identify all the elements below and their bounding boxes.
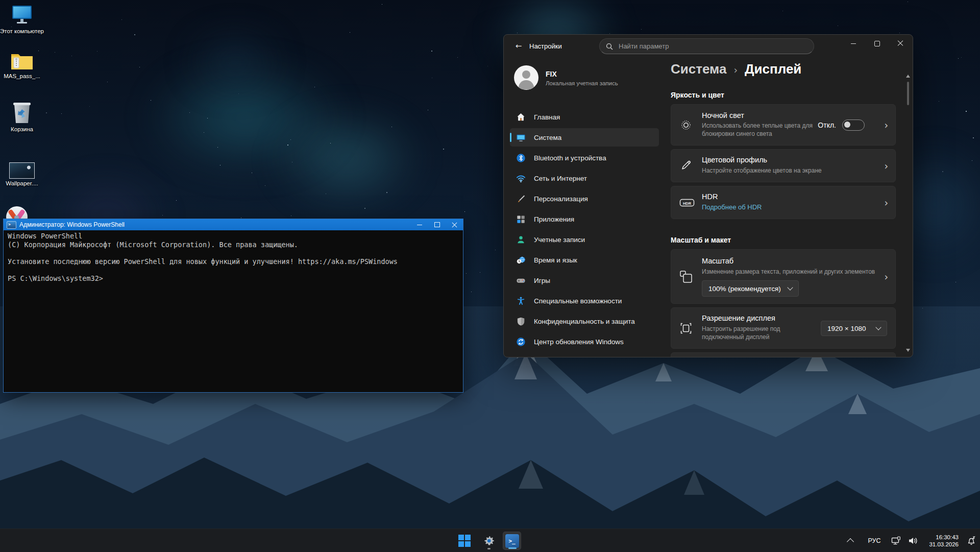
star bbox=[176, 200, 177, 201]
star bbox=[55, 52, 55, 53]
sidebar-item-windows-update[interactable]: Центр обновления Windows bbox=[510, 332, 659, 351]
network-button[interactable] bbox=[891, 536, 901, 545]
scroll-down-arrow-icon[interactable] bbox=[906, 349, 910, 352]
minimize-icon bbox=[417, 225, 422, 225]
star bbox=[464, 211, 465, 212]
user-account-card[interactable]: FIX Локальная учетная запись bbox=[514, 65, 657, 92]
card-title: Масштаб bbox=[702, 257, 733, 265]
partial-card[interactable] bbox=[671, 352, 896, 357]
star bbox=[457, 57, 458, 58]
desktop-icon-recycle-bin[interactable]: Корзина bbox=[0, 101, 44, 133]
sidebar-item-gaming[interactable]: Игры bbox=[510, 271, 659, 290]
taskbar-powershell-button[interactable]: >_ bbox=[503, 532, 521, 550]
desktop-icon-wallpaper-file[interactable]: Wallpaper.... bbox=[0, 162, 44, 187]
scrollbar-thumb[interactable] bbox=[907, 82, 909, 105]
color-profile-card[interactable]: Цветовой профиль Настройте отображение ц… bbox=[671, 149, 896, 182]
star bbox=[391, 127, 392, 127]
star bbox=[134, 34, 135, 35]
night-light-toggle[interactable] bbox=[842, 119, 865, 131]
powershell-titlebar[interactable]: > Администратор: Windows PowerShell bbox=[4, 219, 463, 230]
scale-card[interactable]: Масштаб Изменение размера текста, прилож… bbox=[671, 249, 896, 304]
settings-search-box[interactable] bbox=[599, 38, 814, 54]
sidebar-item-time-language[interactable]: Время и язык bbox=[510, 251, 659, 269]
powershell-console[interactable]: Windows PowerShell (C) Корпорация Майкро… bbox=[4, 230, 463, 283]
resolution-dropdown[interactable]: 1920 × 1080 bbox=[821, 321, 887, 336]
star bbox=[942, 171, 943, 172]
resolution-card[interactable]: Разрешение дисплея Настроить разрешение … bbox=[671, 307, 896, 349]
tray-overflow-button[interactable] bbox=[848, 537, 853, 544]
close-button[interactable] bbox=[446, 219, 463, 230]
desktop-icon-this-pc[interactable]: Этот компьютер bbox=[0, 4, 44, 35]
star bbox=[966, 111, 967, 112]
star bbox=[97, 51, 97, 52]
sidebar-item-label: Приложения bbox=[534, 215, 574, 223]
notifications-button[interactable] bbox=[966, 536, 976, 546]
star bbox=[838, 26, 838, 26]
sidebar-item-bluetooth[interactable]: Bluetooth и устройства bbox=[510, 149, 659, 167]
sidebar-item-label: Персонализация bbox=[534, 195, 588, 203]
volume-button[interactable] bbox=[908, 536, 918, 545]
sidebar-item-system[interactable]: Система bbox=[510, 128, 659, 147]
card-title: Ночной свет bbox=[702, 111, 744, 119]
console-line: (C) Корпорация Майкрософт (Microsoft Cor… bbox=[8, 241, 459, 249]
back-button[interactable]: ← bbox=[512, 40, 525, 52]
ethernet-icon bbox=[891, 536, 901, 545]
sidebar-item-privacy[interactable]: Конфиденциальность и защита bbox=[510, 312, 659, 330]
star bbox=[330, 143, 331, 143]
sidebar-item-label: Система bbox=[534, 134, 561, 141]
night-light-card[interactable]: Ночной свет Использовать более теплые цв… bbox=[671, 104, 896, 146]
gamepad-icon bbox=[516, 276, 526, 285]
breadcrumb: Система › Дисплей bbox=[671, 61, 801, 77]
star bbox=[252, 173, 252, 173]
console-line bbox=[8, 266, 459, 274]
start-button[interactable] bbox=[455, 532, 474, 550]
hdr-learn-more-link[interactable]: Подробнее об HDR bbox=[702, 203, 762, 211]
minimize-button[interactable] bbox=[411, 219, 428, 230]
star bbox=[121, 19, 122, 20]
search-input[interactable] bbox=[618, 42, 807, 51]
settings-app-title: Настройки bbox=[529, 42, 562, 50]
powershell-taskbar-icon: >_ bbox=[505, 534, 519, 548]
section-scale-layout: Масштаб и макет bbox=[671, 236, 731, 244]
scale-dropdown[interactable]: 100% (рекомендуется) bbox=[702, 280, 799, 297]
close-icon bbox=[452, 222, 457, 228]
sidebar-item-accessibility[interactable]: Специальные возможности bbox=[510, 292, 659, 310]
star bbox=[46, 112, 47, 113]
taskbar-settings-button[interactable] bbox=[480, 532, 498, 550]
svg-text:HDR: HDR bbox=[683, 201, 692, 205]
accounts-icon bbox=[516, 235, 526, 245]
close-button[interactable] bbox=[889, 35, 912, 52]
maximize-button[interactable] bbox=[428, 219, 446, 230]
active-indicator bbox=[508, 547, 517, 549]
desktop-icon-label: MAS_pass_... bbox=[0, 73, 44, 80]
system-icon bbox=[516, 133, 526, 142]
sidebar-item-network[interactable]: Сеть и Интернет bbox=[510, 169, 659, 187]
resolution-value: 1920 × 1080 bbox=[827, 325, 866, 332]
console-line: Установите последнюю версию PowerShell д… bbox=[8, 257, 459, 266]
brush-icon bbox=[516, 194, 526, 204]
star bbox=[973, 137, 974, 138]
sidebar-item-personalization[interactable]: Персонализация bbox=[510, 189, 659, 208]
maximize-button[interactable] bbox=[865, 35, 889, 52]
user-name: FIX bbox=[546, 70, 557, 78]
breadcrumb-parent[interactable]: Система bbox=[671, 61, 726, 77]
sidebar-item-apps[interactable]: Приложения bbox=[510, 210, 659, 228]
hdr-card[interactable]: HDR HDR Подробнее об HDR › bbox=[671, 186, 896, 219]
language-indicator[interactable]: РУС bbox=[868, 537, 880, 544]
star bbox=[151, 100, 151, 101]
sidebar-item-accounts[interactable]: Учетные записи bbox=[510, 230, 659, 249]
star bbox=[432, 78, 432, 78]
desktop-icon-label: Wallpaper.... bbox=[0, 180, 44, 187]
maximize-icon bbox=[874, 41, 880, 46]
sidebar-item-home[interactable]: Главная bbox=[510, 108, 659, 126]
chevron-right-icon: › bbox=[884, 197, 888, 208]
desktop-icon-zip-folder[interactable]: MAS_pass_... bbox=[0, 51, 44, 80]
scroll-up-arrow-icon[interactable] bbox=[906, 75, 910, 78]
taskbar-clock[interactable]: 16:30:43 31.03.2026 bbox=[929, 534, 959, 548]
star bbox=[61, 113, 62, 114]
minimize-button[interactable] bbox=[842, 35, 865, 52]
scrollbar[interactable] bbox=[905, 75, 911, 105]
system-tray: РУС 16:30:43 31.03.2026 bbox=[844, 529, 980, 552]
star bbox=[428, 110, 428, 110]
console-line: Windows PowerShell bbox=[8, 232, 459, 241]
